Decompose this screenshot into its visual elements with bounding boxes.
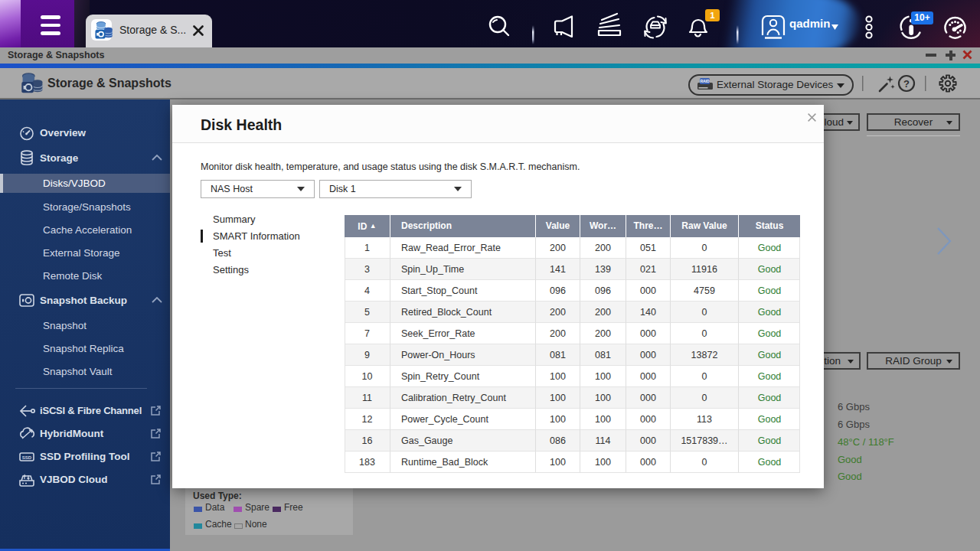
svg-text:SSD: SSD [22,455,32,460]
svg-text:RAID: RAID [700,79,710,83]
svg-text:?: ? [903,78,910,90]
